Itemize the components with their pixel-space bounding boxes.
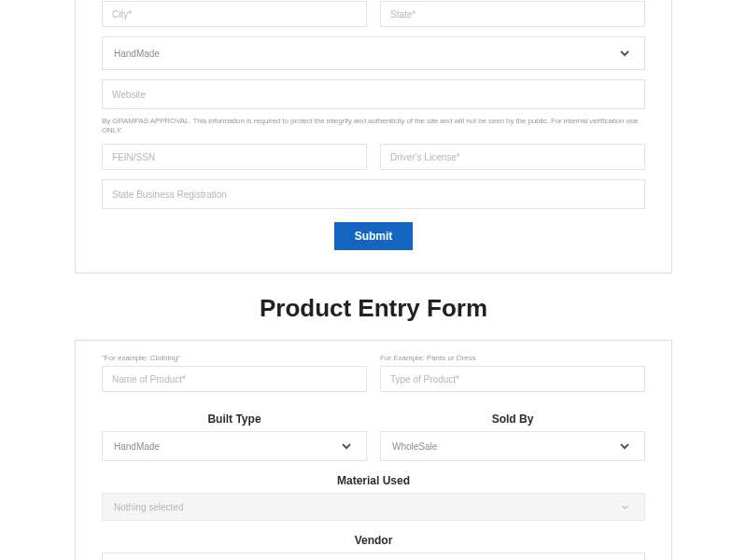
sold-by-label: Sold By	[380, 413, 645, 426]
state-registration-field[interactable]: State Business Registration	[102, 179, 645, 209]
material-used-label: Material Used	[102, 474, 645, 487]
drivers-placeholder: Driver's License*	[390, 152, 460, 162]
product-type-placeholder: Type of Product*	[390, 374, 459, 385]
sold-by-select[interactable]: WholeSale	[380, 431, 645, 461]
product-type-field[interactable]: Type of Product*	[380, 366, 645, 392]
chevron-down-icon	[338, 438, 355, 455]
product-form-card: "For example: Clothing" Name of Product*…	[75, 340, 672, 560]
product-form-title: Product Entry Form	[75, 294, 672, 323]
vendor-label: Vendor	[102, 534, 645, 547]
state-field[interactable]: State*	[380, 1, 645, 27]
city-field[interactable]: City*	[102, 1, 367, 27]
approval-note: By GRAMPAS APPROVAL. This information is…	[102, 117, 645, 134]
website-placeholder: Website	[112, 90, 146, 100]
chevron-down-icon	[616, 498, 633, 515]
type-hint: For Example: Pants or Dress	[380, 354, 645, 362]
state-placeholder: State*	[390, 9, 416, 20]
vendor-select[interactable]: I LOVE GRAMPAS	[102, 553, 645, 560]
built-type-value: HandMade	[114, 441, 160, 452]
chevron-down-icon	[616, 438, 633, 455]
sold-by-value: WholeSale	[392, 441, 437, 452]
website-field[interactable]: Website	[102, 79, 645, 109]
chevron-down-icon	[616, 45, 633, 62]
submit-button[interactable]: Submit	[334, 222, 414, 250]
product-name-field[interactable]: Name of Product*	[102, 366, 367, 392]
handmade-select[interactable]: HandMade	[102, 36, 645, 70]
product-name-placeholder: Name of Product*	[112, 374, 186, 385]
vendor-form-card: City* State* HandMade Website By GRAMPAS…	[75, 0, 672, 273]
material-select[interactable]: Nothing selected	[102, 493, 645, 521]
material-value: Nothing selected	[114, 502, 184, 512]
drivers-license-field[interactable]: Driver's License*	[380, 144, 645, 170]
state-reg-placeholder: State Business Registration	[112, 189, 227, 200]
name-hint: "For example: Clothing"	[102, 354, 367, 362]
city-placeholder: City*	[112, 9, 132, 20]
fein-placeholder: FEIN/SSN	[112, 152, 155, 162]
fein-field[interactable]: FEIN/SSN	[102, 144, 367, 170]
handmade-value: HandMade	[114, 49, 160, 59]
built-type-select[interactable]: HandMade	[102, 431, 367, 461]
built-type-label: Built Type	[102, 413, 367, 426]
